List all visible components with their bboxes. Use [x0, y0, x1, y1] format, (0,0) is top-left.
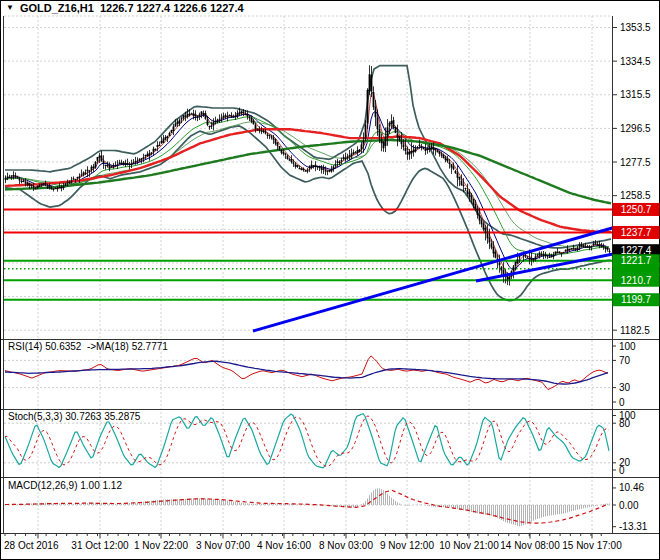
indicator-tick-label: 80 [619, 418, 631, 429]
indicator-axes: 100703001008020010.460.00-13.31 [612, 341, 648, 533]
price-tick-label: 1315.5 [620, 89, 651, 100]
price-badge-label: 1221.7 [621, 255, 652, 266]
price-tick-label: 1277.5 [620, 157, 651, 168]
price-badge-label: 1210.7 [621, 275, 652, 286]
time-tick-label: 15 Nov 17:00 [562, 540, 622, 551]
time-tick-label: 3 Nov 07:00 [196, 540, 250, 551]
indicator-tick-label: 30 [619, 382, 631, 393]
time-tick-label: 10 Nov 21:00 [439, 540, 499, 551]
indicator-tick-label: 70 [619, 355, 631, 366]
price-tick-label: 1334.5 [620, 56, 651, 67]
price-badge-label: 1199.7 [621, 294, 651, 305]
price-axis[interactable]: 1353.51334.51315.51296.51277.51258.51182… [612, 22, 651, 336]
ma-thin-red-line [5, 92, 609, 276]
rsi-indicator-label: RSI(14) 50.6352 ->MA(18) 52.7771 [8, 341, 168, 352]
time-tick-label: 9 Nov 12:00 [380, 540, 434, 551]
time-tick-label: 31 Oct 12:00 [71, 540, 129, 551]
time-tick-label: 28 Oct 2016 [4, 540, 59, 551]
fast-ma-lines [5, 92, 609, 276]
price-tick-label: 1182.5 [620, 325, 650, 336]
time-tick-label: 14 Nov 08:00 [500, 540, 560, 551]
price-badge-label: 1250.7 [621, 204, 652, 215]
stoch-indicator-label: Stoch(5,3,3) 30.7263 35.2875 [8, 411, 140, 422]
chart-dropdown-arrow-icon[interactable]: ▼ [6, 3, 14, 13]
price-tick-label: 1258.5 [620, 190, 651, 201]
macd-indicator-label: MACD(12,26,9) 1.00 1.12 [8, 480, 122, 491]
rsi-plot [5, 356, 608, 390]
ohlc-values: 1226.7 1227.4 1226.6 1227.4 [100, 2, 244, 14]
time-tick-label: 4 Nov 16:00 [257, 540, 311, 551]
indicator-tick-label: 0 [619, 397, 625, 408]
ma-thin-navy-line [5, 112, 609, 270]
mt4-chart-window: ▼ GOLD_Z16,H1 1226.7 1227.4 1226.6 1227.… [0, 0, 660, 560]
price-tick-label: 1353.5 [620, 22, 651, 33]
indicator-tick-label: 0.00 [619, 500, 639, 511]
ma-thin-green-line [5, 117, 609, 255]
time-tick-label: 1 Nov 22:00 [134, 540, 188, 551]
ma-thin-green2-line [5, 122, 609, 247]
macd-plot [5, 488, 610, 526]
time-axis[interactable]: 28 Oct 201631 Oct 12:001 Nov 22:003 Nov … [4, 534, 622, 552]
price-badge-label: 1237.7 [621, 227, 652, 238]
price-badges: 1250.71237.71227.41221.71210.71199.7 [613, 203, 660, 306]
price-tick-label: 1296.5 [620, 123, 651, 134]
indicator-tick-label: 0 [619, 465, 625, 476]
chart-title-bar: ▼ GOLD_Z16,H1 1226.7 1227.4 1226.6 1227.… [6, 1, 244, 15]
indicator-tick-label: 10.46 [619, 482, 644, 493]
chart-canvas[interactable]: 1353.51334.51315.51296.51277.51258.51182… [0, 0, 660, 560]
symbol-period-label: GOLD_Z16,H1 [20, 2, 94, 14]
time-tick-label: 8 Nov 03:00 [319, 540, 373, 551]
indicator-tick-label: -13.31 [619, 521, 648, 532]
indicator-tick-label: 100 [619, 341, 636, 352]
